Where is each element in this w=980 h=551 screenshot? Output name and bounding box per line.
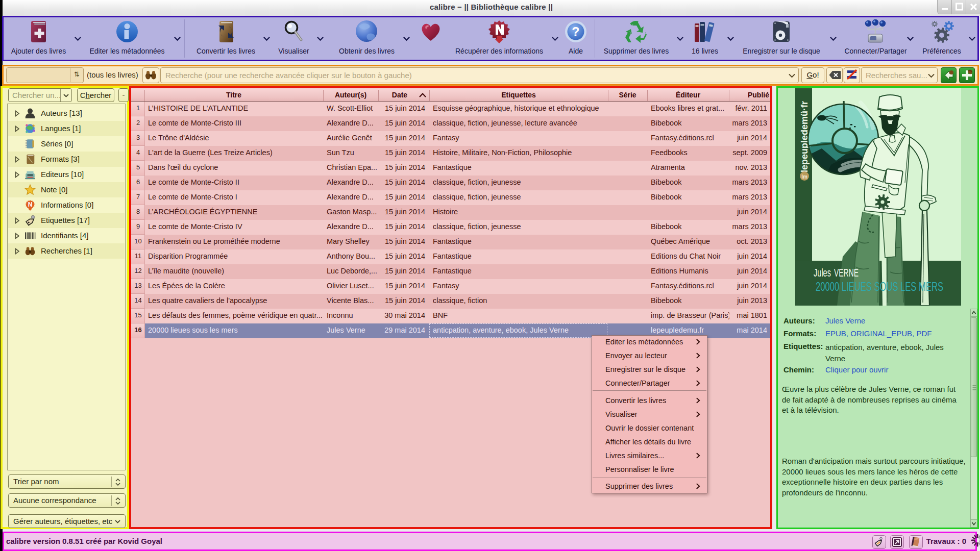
svg-text:lm: lm [801, 174, 807, 180]
svg-text:20000 LIEUES SOUS LES MERS: 20000 LIEUES SOUS LES MERS [816, 280, 943, 293]
svg-text:Jules: Jules [814, 266, 831, 279]
svg-text:VERNE: VERNE [834, 266, 859, 279]
svg-text:?: ? [572, 24, 579, 39]
svg-text:N: N [28, 201, 33, 208]
